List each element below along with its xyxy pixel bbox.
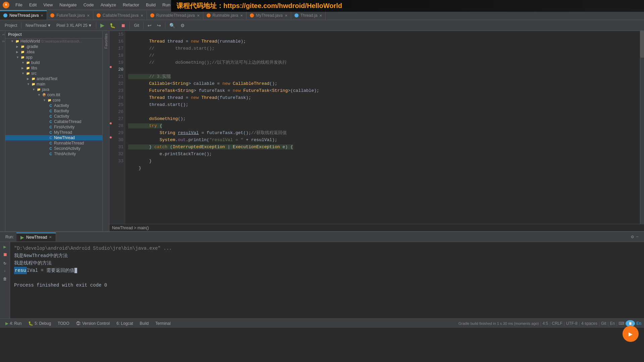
run-stop-btn[interactable]: ⏹ <box>2 251 8 258</box>
stop-button[interactable]: ⏹ <box>119 22 127 29</box>
java-file-icon <box>3 13 7 17</box>
folder-icon-idea: 📁 <box>20 50 25 54</box>
indent: 4 spaces <box>581 321 597 326</box>
tree-bactivity[interactable]: C Bactivity <box>5 108 102 114</box>
tree-firstactivity[interactable]: C FirstActivity <box>5 124 102 130</box>
undo-button[interactable]: ↩ <box>146 22 154 29</box>
line-21: Callable<String> callable = new Callable… <box>128 81 277 86</box>
tree-label-aactivity: Aactivity <box>54 103 69 108</box>
close-tab-thread[interactable]: ✕ <box>319 14 322 17</box>
minimize-icon[interactable]: − <box>636 234 639 240</box>
debug-button[interactable]: 🐛 <box>108 22 117 29</box>
close-tab-callablethread[interactable]: ✕ <box>141 14 143 17</box>
status-build-tab[interactable]: Build <box>137 319 152 328</box>
tree-root[interactable]: ▼ 📁 HelloWorld D:\workspace\ttit\android… <box>5 39 102 44</box>
tree-cactivity[interactable]: C Cactivity <box>5 114 102 119</box>
status-logcat-tab[interactable]: 6: Logcat <box>114 319 136 328</box>
settings-button[interactable]: ⚙ <box>178 22 187 29</box>
run-config-selector[interactable]: NewThread ▼ <box>23 22 53 28</box>
breakpoint-20 <box>110 66 112 68</box>
tree-com-ttit[interactable]: ▼ 📦 com.ttit <box>5 92 102 98</box>
breadcrumb-newthread[interactable]: NewThread > main() <box>112 226 149 230</box>
run-scroll-btn[interactable]: ↓ <box>2 267 8 274</box>
tree-label-core: core <box>53 98 60 103</box>
tab-callablethread[interactable]: CallableThread.java ✕ <box>93 10 147 20</box>
tree-newthread[interactable]: C NewThread <box>5 135 102 140</box>
redo-button[interactable]: ↪ <box>155 22 163 29</box>
menu-analyze[interactable]: Analyze <box>98 2 119 8</box>
tree-aactivity[interactable]: C Aactivity <box>5 103 102 108</box>
tree-mythread[interactable]: C MyThread <box>5 130 102 135</box>
toolbar-separator-2 <box>96 22 96 29</box>
code-editor: 15 16 17 18 19 20 21 22 23 24 25 26 27 2… <box>109 31 644 231</box>
run-button[interactable]: ▶ <box>98 21 106 29</box>
run-clear-btn[interactable]: 🗑 <box>2 276 8 282</box>
git-button[interactable]: Git <box>132 22 141 28</box>
status-todo-tab[interactable]: TODO <box>55 319 72 328</box>
tree-build[interactable]: ▼ 📁 build <box>5 60 102 65</box>
search-button[interactable]: 🔍 <box>167 22 177 29</box>
tree-libs[interactable]: ▶ 📁 libs <box>5 65 102 71</box>
close-tab-newthread[interactable]: ✕ <box>41 14 43 17</box>
tree-arrow-root: ▼ <box>11 40 15 43</box>
tab-runnable[interactable]: Runnable.java ✕ <box>203 10 247 20</box>
close-tab-runnablethread[interactable]: ✕ <box>197 14 200 17</box>
menu-build[interactable]: Build <box>143 2 158 8</box>
line-30: } catch (InterruptedException | Executio… <box>128 144 293 149</box>
tree-runnablethread[interactable]: C RunnableThread <box>5 140 102 146</box>
tree-main[interactable]: ▼ 📁 main <box>5 81 102 87</box>
side-icons-panel: 1 2 <box>0 31 5 231</box>
run-rerun-btn[interactable]: ↻ <box>2 259 8 266</box>
menu-run[interactable]: Run <box>160 2 173 8</box>
run-output[interactable]: "D:\develop\android\Android Studio\jre\b… <box>10 242 644 318</box>
settings-icon[interactable]: ⚙ <box>631 234 634 240</box>
menu-edit[interactable]: Edit <box>26 2 39 8</box>
tab-newthread[interactable]: NewThread.java ✕ <box>0 10 47 20</box>
close-tab-futuretask[interactable]: ✕ <box>87 14 90 17</box>
menu-code[interactable]: Code <box>81 2 97 8</box>
close-tab-mythread[interactable]: ✕ <box>285 14 287 17</box>
tree-callablethread[interactable]: C CallableThread <box>5 119 102 124</box>
tree-java[interactable]: ▼ 📁 java <box>5 87 102 92</box>
menu-file[interactable]: File <box>13 2 25 8</box>
close-run-tab[interactable]: ✕ <box>49 235 52 239</box>
tree-gradle[interactable]: ▶ 📁 .gradle <box>5 44 102 49</box>
tab-thread-label: Thread.ja <box>301 13 318 18</box>
status-debug-tab[interactable]: 🐛 5: Debug <box>25 319 54 328</box>
breakpoint-30 <box>110 136 112 138</box>
side-icon-2[interactable]: 2 <box>0 39 5 44</box>
tree-thirdactivity[interactable]: C ThirdActivity <box>5 151 102 157</box>
menu-view[interactable]: View <box>41 2 55 8</box>
project-button[interactable]: Project <box>3 22 19 28</box>
close-tab-runnable[interactable]: ✕ <box>240 14 243 17</box>
menu-refactor[interactable]: Refactor <box>120 2 142 8</box>
tree-core[interactable]: ▼ 📁 core <box>5 98 102 103</box>
run-play-btn[interactable]: ▶ <box>2 243 8 250</box>
tab-run-newthread[interactable]: ▶ NewThread ✕ <box>16 233 56 241</box>
device-selector[interactable]: Pixel 3 XL API 25 ▼ <box>54 22 94 28</box>
menu-tools[interactable]: Tools <box>174 2 190 8</box>
status-terminal-tab[interactable]: Terminal <box>153 319 173 328</box>
event-log-label[interactable]: En <box>636 321 641 326</box>
menu-navigate[interactable]: Navigate <box>57 2 79 8</box>
status-run-tab[interactable]: ▶ 4: Run <box>3 319 24 328</box>
tab-mythread[interactable]: MyThread.java ✕ <box>247 10 291 20</box>
play-overlay-button[interactable]: ▶ <box>623 326 639 342</box>
status-vcs-tab[interactable]: ⓵: Version Control <box>73 319 113 328</box>
scrollbar-thumb[interactable] <box>640 31 644 58</box>
run-side-buttons: ▶ ⏹ ↻ ↓ 🗑 <box>0 242 10 318</box>
tab-futuretask[interactable]: FutureTask.java ✕ <box>47 10 93 20</box>
tree-src[interactable]: ▼ 📁 src <box>5 71 102 76</box>
tab-thread[interactable]: Thread.ja ✕ <box>291 10 326 20</box>
menu-vcs[interactable]: VCS <box>191 2 206 8</box>
tree-app[interactable]: ▼ 📁 app <box>5 55 102 60</box>
tree-androidtest[interactable]: ▶ 📁 androidTest <box>5 76 102 81</box>
tab-runnablethread[interactable]: RunnableThread.java ✕ <box>147 10 203 20</box>
tree-secondactivity[interactable]: C SecondActivity <box>5 146 102 151</box>
right-scrollbar[interactable] <box>640 31 644 224</box>
code-content[interactable]: Thread thread = new Thread(runnable); //… <box>125 31 640 224</box>
favorites-label[interactable]: Favorites <box>103 32 109 50</box>
breadcrumb-bar: NewThread > main() <box>109 224 644 231</box>
tree-idea[interactable]: ▶ 📁 .idea <box>5 49 102 55</box>
side-icon-1[interactable]: 1 <box>0 32 5 37</box>
